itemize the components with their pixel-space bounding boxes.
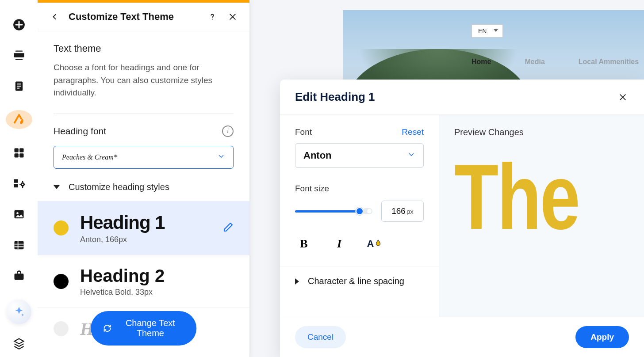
chevron-down-icon (217, 152, 225, 162)
color-swatch (54, 220, 69, 235)
modal-title: Edit Heading 1 (295, 90, 375, 104)
business-icon[interactable] (9, 269, 29, 283)
divider (54, 114, 234, 114)
heading-sample: Heading 1 (80, 212, 211, 233)
italic-button[interactable]: I (330, 235, 348, 253)
rail-bottom (7, 300, 31, 350)
svg-rect-3 (15, 59, 22, 60)
edit-heading-modal: Edit Heading 1 Font Reset Anton Font siz… (280, 80, 644, 357)
svg-rect-15 (22, 186, 23, 188)
section-title: Text theme (54, 43, 234, 54)
add-icon[interactable] (9, 18, 29, 32)
svg-rect-12 (14, 179, 18, 183)
svg-rect-17 (24, 184, 25, 185)
settings-icon[interactable] (9, 177, 29, 191)
font-size-unit: px (406, 208, 414, 215)
heading-style-card-1[interactable]: Heading 1 Anton, 166px (38, 201, 249, 255)
apply-button[interactable]: Apply (575, 326, 629, 348)
panel-title: Customize Text Theme (69, 11, 198, 23)
help-icon[interactable] (206, 11, 218, 23)
svg-rect-20 (14, 241, 23, 249)
layers-icon[interactable] (9, 337, 29, 350)
heading-card-main: Heading 1 Anton, 166px (80, 212, 211, 244)
font-label: Font (295, 127, 312, 137)
customize-headings-label: Customize heading styles (69, 182, 169, 192)
heading-sample: Heading 2 (80, 266, 234, 286)
nav-item-media[interactable]: Media (525, 58, 544, 66)
heading-card-main: Heading 2 Helvetica Bold, 33px (80, 266, 234, 297)
preview-pane: Preview Changes The (439, 115, 644, 317)
svg-rect-9 (19, 148, 23, 152)
svg-point-19 (16, 212, 19, 214)
chevron-down-icon (407, 151, 415, 160)
site-nav: Home Media Local Ammenities (472, 58, 639, 66)
color-button[interactable]: A (366, 235, 383, 253)
table-icon[interactable] (9, 238, 29, 252)
svg-rect-5 (17, 84, 21, 84)
sections-icon[interactable] (9, 49, 29, 63)
heading-font-value: Peaches & Cream* (62, 153, 117, 161)
language-select[interactable]: EN (472, 24, 503, 38)
svg-point-22 (212, 19, 213, 20)
nav-item-home[interactable]: Home (472, 58, 491, 66)
back-icon[interactable] (48, 11, 61, 23)
preview-sample: The (454, 151, 590, 243)
close-icon[interactable] (226, 11, 239, 23)
svg-rect-7 (17, 88, 19, 89)
font-label-row: Font Reset (295, 127, 424, 137)
modal-footer: Cancel Apply (280, 317, 644, 357)
svg-rect-10 (14, 153, 18, 157)
chevron-down-icon (494, 29, 498, 32)
font-value: Anton (303, 150, 332, 161)
svg-rect-13 (14, 184, 18, 188)
font-size-label: Font size (295, 184, 424, 194)
svg-rect-1 (14, 53, 24, 57)
nav-item-amenities[interactable]: Local Ammenities (579, 58, 639, 66)
ai-assistant-icon[interactable] (7, 300, 31, 324)
heading-meta: Anton, 166px (80, 235, 211, 244)
text-theme-panel: Customize Text Theme Text theme Choose a… (38, 0, 250, 357)
heading-style-card-2[interactable]: Heading 2 Helvetica Bold, 33px (38, 255, 249, 308)
heading-meta: Helvetica Bold, 33px (80, 288, 234, 297)
triangle-down-icon (54, 185, 60, 189)
svg-rect-21 (14, 274, 23, 280)
heading-font-select[interactable]: Peaches & Cream* (54, 146, 234, 169)
triangle-right-icon (295, 278, 299, 285)
panel-body: Text theme Choose a font for headings an… (38, 31, 249, 357)
heading-font-label-row: Heading font i (54, 125, 234, 137)
color-swatch (54, 321, 69, 336)
modal-header: Edit Heading 1 (280, 80, 644, 115)
language-value: EN (478, 27, 487, 34)
font-size-row: 166px (295, 201, 424, 222)
svg-rect-6 (17, 86, 21, 87)
customize-headings-toggle[interactable]: Customize heading styles (54, 182, 234, 192)
reset-link[interactable]: Reset (402, 127, 424, 137)
svg-rect-14 (22, 181, 23, 183)
preview-label: Preview Changes (454, 127, 629, 137)
svg-rect-8 (14, 148, 18, 152)
left-rail (0, 0, 38, 357)
font-select[interactable]: Anton (295, 143, 424, 168)
section-description: Choose a font for headings and one for p… (54, 61, 234, 99)
bold-button[interactable]: B (295, 235, 313, 253)
color-swatch (54, 274, 69, 289)
close-icon[interactable] (617, 91, 629, 103)
panel-header: Customize Text Theme (38, 3, 249, 31)
svg-rect-11 (19, 153, 23, 157)
media-icon[interactable] (9, 207, 29, 221)
info-icon[interactable]: i (222, 125, 234, 137)
spacing-label: Character & line spacing (308, 276, 404, 286)
font-size-input[interactable]: 166px (381, 201, 424, 222)
format-row: B I A (295, 235, 424, 253)
change-theme-label: Change Text Theme (116, 318, 184, 338)
change-text-theme-button[interactable]: Change Text Theme (91, 311, 197, 346)
design-icon[interactable] (6, 110, 32, 129)
pages-icon[interactable] (9, 79, 29, 93)
font-size-value: 166 (391, 206, 406, 216)
character-line-spacing-toggle[interactable]: Character & line spacing (280, 266, 439, 296)
svg-rect-2 (15, 51, 22, 52)
edit-icon[interactable] (223, 222, 234, 234)
font-size-slider[interactable] (295, 202, 372, 220)
cancel-button[interactable]: Cancel (295, 326, 346, 348)
apps-icon[interactable] (9, 146, 29, 160)
